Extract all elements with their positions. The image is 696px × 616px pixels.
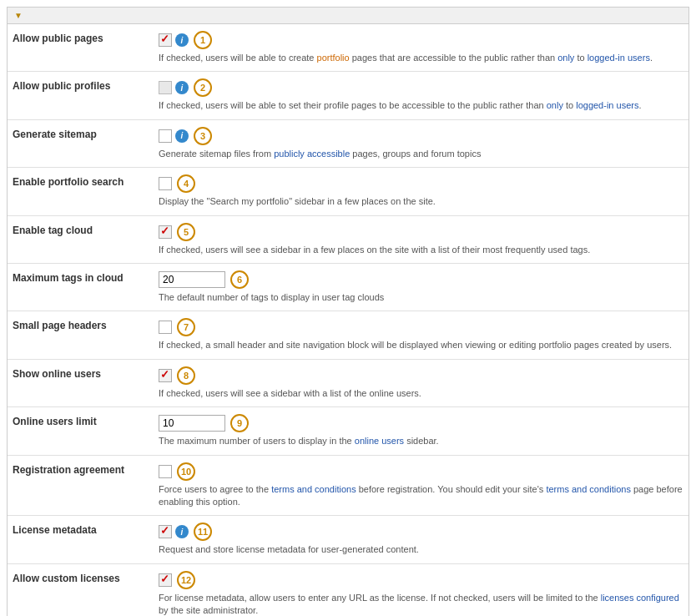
- info-icon[interactable]: i: [175, 33, 189, 47]
- step-badge: 3: [194, 127, 212, 145]
- row-label: Allow custom licenses: [13, 571, 159, 584]
- row-control: 10Force users to agree to the terms and …: [159, 462, 683, 509]
- table-row: Small page headers7If checked, a small h…: [8, 311, 688, 359]
- step-badge: 1: [194, 31, 212, 49]
- row-description: If checked, a small header and site navi…: [159, 339, 683, 351]
- control-row: 7: [159, 318, 683, 336]
- table-row: Maximum tags in cloud6The default number…: [8, 264, 688, 311]
- number-input[interactable]: [159, 415, 225, 432]
- step-badge: 10: [177, 462, 195, 481]
- section-arrow: ▼: [14, 11, 23, 20]
- row-description: If checked, users will see a sidebar wit…: [159, 387, 683, 400]
- row-label: Maximum tags in cloud: [13, 270, 159, 284]
- control-row: 10: [159, 462, 683, 481]
- row-description: The default number of tags to display in…: [159, 291, 683, 304]
- step-badge: 9: [230, 414, 249, 432]
- row-description: If checked, users will be able to create…: [159, 52, 683, 64]
- row-description: The maximum number of users to display i…: [159, 435, 683, 447]
- section-header: ▼: [7, 7, 689, 24]
- checkbox[interactable]: [159, 573, 172, 587]
- row-control: 8If checked, users will see a sidebar wi…: [159, 366, 683, 400]
- row-description: For license metadata, allow users to ent…: [159, 592, 683, 616]
- info-icon[interactable]: i: [175, 129, 189, 143]
- row-description: Request and store license metadata for u…: [159, 543, 683, 556]
- settings-table: Allow public pagesi1If checked, users wi…: [7, 24, 689, 616]
- row-control: i1If checked, users will be able to crea…: [159, 31, 683, 64]
- row-label: Small page headers: [13, 318, 159, 331]
- checkbox[interactable]: [159, 465, 172, 478]
- row-control: i2If checked, users will be able to set …: [159, 78, 683, 112]
- table-row: Allow custom licenses12For license metad…: [8, 564, 688, 616]
- row-control: 4Display the "Search my portfolio" sideb…: [159, 174, 683, 208]
- control-row: 6: [159, 270, 683, 289]
- control-row: 4: [159, 174, 683, 193]
- row-control: i3Generate sitemap files from publicly a…: [159, 127, 683, 160]
- table-row: License metadatai11Request and store lic…: [8, 516, 688, 563]
- control-row: 5: [159, 223, 683, 241]
- checkbox[interactable]: [159, 129, 172, 143]
- number-input[interactable]: [159, 271, 225, 288]
- step-badge: 11: [194, 523, 212, 541]
- row-control: 7If checked, a small header and site nav…: [159, 318, 683, 351]
- row-description: Generate sitemap files from publicly acc…: [159, 148, 683, 160]
- row-label: Show online users: [13, 366, 159, 380]
- checkbox[interactable]: [159, 225, 172, 239]
- row-control: 9The maximum number of users to display …: [159, 414, 683, 447]
- control-row: i1: [159, 31, 683, 49]
- control-row: 12: [159, 571, 683, 589]
- info-icon[interactable]: i: [175, 81, 189, 94]
- row-label: Generate sitemap: [13, 127, 159, 140]
- row-label: Enable portfolio search: [13, 174, 159, 188]
- row-control: 5If checked, users will see a sidebar in…: [159, 223, 683, 256]
- row-description: If checked, users will be able to set th…: [159, 99, 683, 112]
- step-badge: 6: [230, 270, 249, 289]
- row-label: Online users limit: [13, 414, 159, 427]
- checkbox[interactable]: [159, 81, 172, 94]
- step-badge: 5: [177, 223, 195, 241]
- row-label: Allow public pages: [13, 31, 159, 44]
- step-badge: 4: [177, 174, 195, 193]
- table-row: Enable tag cloud5If checked, users will …: [8, 216, 688, 264]
- row-description: Display the "Search my portfolio" sideba…: [159, 195, 683, 208]
- control-row: 8: [159, 366, 683, 385]
- table-row: Registration agreement10Force users to a…: [8, 456, 688, 517]
- row-label: Enable tag cloud: [13, 223, 159, 236]
- table-row: Online users limit9The maximum number of…: [8, 407, 688, 455]
- table-row: Enable portfolio search4Display the "Sea…: [8, 168, 688, 215]
- row-control: 6The default number of tags to display i…: [159, 270, 683, 304]
- checkbox[interactable]: [159, 369, 172, 382]
- table-row: Show online users8If checked, users will…: [8, 360, 688, 407]
- row-label: License metadata: [13, 523, 159, 536]
- checkbox[interactable]: [159, 525, 172, 538]
- row-control: i11Request and store license metadata fo…: [159, 523, 683, 556]
- control-row: i3: [159, 127, 683, 145]
- row-label: Allow public profiles: [13, 78, 159, 92]
- checkbox[interactable]: [159, 321, 172, 334]
- row-label: Registration agreement: [13, 462, 159, 476]
- control-row: 9: [159, 414, 683, 432]
- row-control: 12For license metadata, allow users to e…: [159, 571, 683, 616]
- settings-container: ▼ Allow public pagesi1If checked, users …: [0, 0, 696, 616]
- checkbox[interactable]: [159, 33, 172, 47]
- info-icon[interactable]: i: [175, 525, 189, 538]
- step-badge: 7: [177, 318, 195, 336]
- table-row: Generate sitemapi3Generate sitemap files…: [8, 120, 688, 168]
- step-badge: 12: [177, 571, 195, 589]
- control-row: i2: [159, 78, 683, 97]
- table-row: Allow public profilesi2If checked, users…: [8, 72, 688, 119]
- step-badge: 8: [177, 366, 195, 385]
- row-description: If checked, users will see a sidebar in …: [159, 244, 683, 256]
- control-row: i11: [159, 523, 683, 541]
- row-description: Force users to agree to the terms and co…: [159, 483, 683, 509]
- table-row: Allow public pagesi1If checked, users wi…: [8, 24, 688, 72]
- checkbox[interactable]: [159, 177, 172, 190]
- step-badge: 2: [194, 78, 212, 97]
